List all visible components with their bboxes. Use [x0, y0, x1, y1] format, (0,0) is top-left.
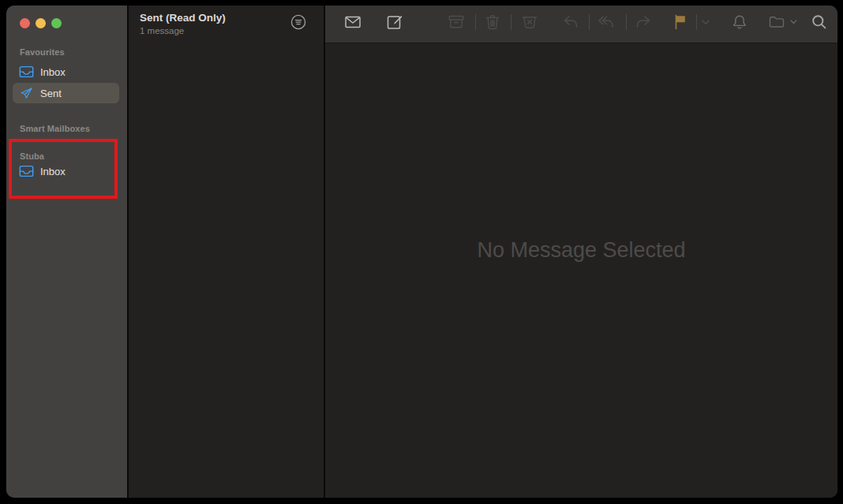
sidebar-item-label: Inbox — [40, 66, 66, 78]
compose-button[interactable] — [384, 11, 406, 33]
inbox-tray-icon — [19, 65, 34, 78]
message-count: 1 message — [140, 26, 184, 35]
zoom-button[interactable] — [51, 18, 62, 28]
bell-icon — [730, 13, 749, 32]
reply-all-icon — [597, 13, 616, 32]
toolbar-separator — [589, 14, 590, 30]
forward-button — [632, 11, 654, 33]
get-new-mail-button[interactable] — [342, 11, 364, 33]
reply-icon — [561, 13, 580, 32]
filter-icon — [290, 13, 307, 33]
reply-button — [560, 11, 582, 33]
minimize-button[interactable] — [36, 18, 46, 28]
window-controls — [20, 18, 62, 28]
forward-icon — [634, 13, 653, 32]
close-button[interactable] — [20, 18, 30, 28]
favourites-section-header: Favourites — [20, 47, 65, 57]
main-column: No Message Selected — [325, 6, 837, 498]
reply-all-button — [595, 11, 617, 33]
folder-icon — [767, 13, 786, 32]
mute-button[interactable] — [729, 11, 751, 33]
message-viewer: No Message Selected — [325, 43, 837, 498]
toolbar-separator — [475, 14, 476, 30]
junk-bin-icon — [520, 13, 539, 32]
red-annotation-rectangle — [9, 139, 118, 199]
flag-menu-button — [696, 11, 715, 33]
flag-icon — [671, 13, 690, 32]
chevron-down-icon — [790, 20, 797, 24]
sidebar: Favourites Inbox Sent Smart Mailboxes St… — [6, 6, 127, 498]
toolbar-separator — [511, 14, 511, 30]
sidebar-item-inbox-favourites[interactable]: Inbox — [13, 62, 119, 82]
trash-icon — [483, 13, 502, 32]
sidebar-item-sent[interactable]: Sent — [13, 83, 119, 103]
mail-window: Favourites Inbox Sent Smart Mailboxes St… — [6, 6, 837, 498]
junk-button — [519, 11, 541, 33]
smart-mailboxes-section-header: Smart Mailboxes — [20, 124, 90, 133]
delete-button — [481, 11, 504, 33]
filter-button[interactable] — [290, 14, 307, 32]
mailbox-title: Sent (Read Only) — [140, 12, 226, 24]
search-icon — [810, 13, 829, 32]
archive-button — [445, 11, 467, 33]
envelope-icon — [343, 13, 362, 32]
empty-state-text: No Message Selected — [325, 238, 837, 263]
paperplane-icon — [19, 87, 34, 99]
sidebar-item-label: Sent — [40, 88, 62, 99]
chevron-down-icon — [702, 20, 710, 25]
move-to-folder-button[interactable] — [763, 11, 801, 33]
toolbar — [325, 6, 837, 43]
search-button[interactable] — [808, 11, 830, 33]
message-list-column: Sent (Read Only) 1 message — [129, 6, 324, 498]
compose-icon — [385, 13, 404, 32]
toolbar-separator — [626, 14, 627, 30]
archive-box-icon — [447, 13, 466, 32]
flag-button — [669, 11, 691, 33]
